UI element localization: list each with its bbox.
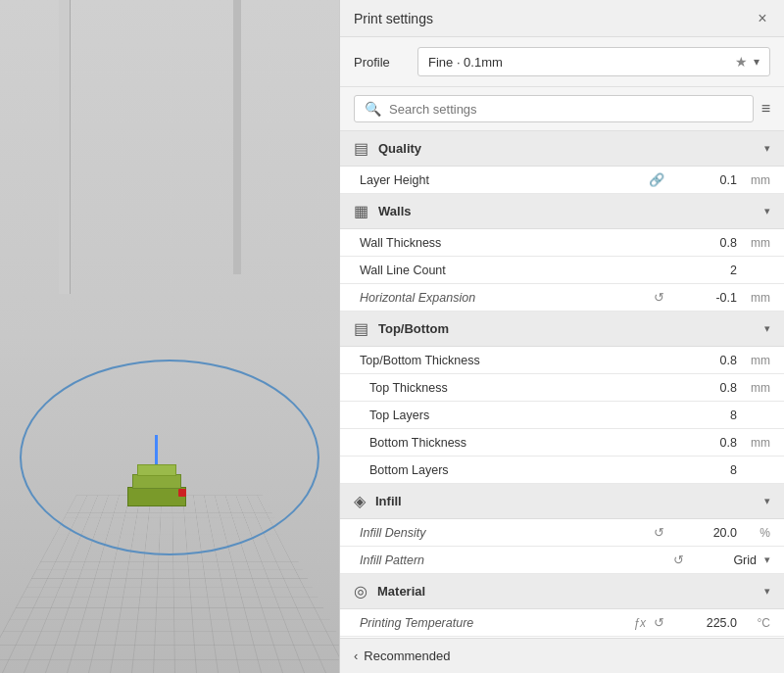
setting-label: Wall Thickness [360, 236, 672, 250]
setting-unit: mm [741, 354, 770, 367]
setting-label: Top Layers [369, 409, 672, 422]
object-base [127, 487, 186, 506]
setting-value: 0.8 [672, 236, 741, 250]
section-icon-material: ◎ [354, 582, 368, 601]
object-mid [132, 474, 181, 489]
search-box[interactable]: 🔍 [354, 95, 754, 122]
profile-value: Fine · 0.1mm [428, 55, 503, 70]
close-button[interactable]: × [755, 11, 770, 26]
title-bar: Print settings × [340, 0, 784, 37]
setting-row-walls-1: Wall Line Count 2 [340, 257, 784, 284]
section-chevron-walls: ▾ [764, 205, 770, 217]
setting-row-topbottom-4: Bottom Layers 8 [340, 457, 784, 484]
reset-icon[interactable]: ↺ [654, 290, 664, 305]
profile-dropdown[interactable]: Fine · 0.1mm ★ ▾ [417, 47, 770, 76]
profile-row: Profile Fine · 0.1mm ★ ▾ [340, 37, 784, 87]
menu-icon[interactable]: ≡ [761, 100, 770, 118]
section-header-quality[interactable]: ▤ Quality ▾ [340, 131, 784, 167]
setting-value: 0.1 [672, 173, 741, 187]
section-title-infill: Infill [375, 494, 402, 508]
setting-unit: mm [741, 291, 770, 305]
bottom-bar: ‹ Recommended [340, 638, 784, 673]
section-chevron-infill: ▾ [764, 495, 770, 507]
setting-unit: mm [741, 236, 770, 250]
recommended-chevron-icon: ‹ [354, 649, 358, 663]
setting-unit: mm [741, 381, 770, 395]
section-title-walls: Walls [378, 204, 411, 218]
setting-label: Top/Bottom Thickness [360, 354, 672, 367]
setting-dropdown[interactable]: Grid ▾ [692, 553, 770, 567]
panel-title: Print settings [354, 11, 433, 26]
section-icon-quality: ▤ [354, 139, 368, 158]
setting-row-quality-0: Layer Height 🔗 0.1 mm [340, 167, 784, 194]
setting-unit: % [741, 526, 770, 540]
section-chevron-quality: ▾ [764, 142, 770, 155]
setting-row-topbottom-0: Top/Bottom Thickness 0.8 mm [340, 347, 784, 374]
dropdown-chevron-icon: ▾ [764, 553, 770, 566]
setting-label: Infill Density [360, 526, 654, 540]
fx-icon[interactable]: ƒx [633, 616, 646, 630]
section-title-quality: Quality [378, 141, 421, 156]
section-icon-walls: ▦ [354, 202, 368, 220]
setting-value: 225.0 [672, 616, 741, 630]
setting-label: Infill Pattern [360, 553, 673, 567]
setting-row-infill-0: Infill Density ↺ 20.0 % [340, 519, 784, 547]
setting-label: Layer Height [360, 173, 649, 187]
object-red-dot [178, 489, 186, 497]
reset-icon[interactable]: ↺ [654, 615, 664, 630]
reset-icon[interactable]: ↺ [673, 553, 684, 567]
viewport-object [118, 457, 196, 506]
setting-value: 0.8 [672, 436, 741, 450]
viewport-post-left [59, 0, 71, 294]
settings-content: ▤ Quality ▾ Layer Height 🔗 0.1 mm ▦ Wall… [340, 131, 784, 638]
search-input[interactable] [389, 102, 743, 117]
setting-value: 0.8 [672, 381, 741, 395]
recommended-button[interactable]: ‹ Recommended [354, 649, 451, 663]
setting-label: Printing Temperature [360, 616, 633, 630]
setting-row-topbottom-3: Bottom Thickness 0.8 mm [340, 429, 784, 457]
setting-row-walls-0: Wall Thickness 0.8 mm [340, 229, 784, 257]
setting-value: Grid [692, 553, 760, 567]
setting-label: Wall Line Count [360, 264, 672, 277]
profile-select-right: ★ ▾ [735, 54, 760, 70]
section-header-topbottom[interactable]: ▤ Top/Bottom ▾ [340, 312, 784, 347]
profile-chevron-icon: ▾ [754, 55, 760, 69]
star-icon[interactable]: ★ [735, 54, 748, 70]
setting-row-material-0: Printing Temperature ƒx↺ 225.0 °C [340, 609, 784, 637]
setting-value: 8 [672, 463, 741, 477]
section-chevron-topbottom: ▾ [764, 322, 770, 335]
setting-value: 8 [672, 409, 741, 422]
search-row: 🔍 ≡ [340, 87, 784, 131]
setting-row-topbottom-2: Top Layers 8 [340, 402, 784, 429]
section-chevron-material: ▾ [764, 585, 770, 598]
setting-row-infill-1: Infill Pattern ↺ Grid ▾ [340, 547, 784, 574]
object-top [137, 464, 176, 476]
print-settings-panel: Print settings × Profile Fine · 0.1mm ★ … [339, 0, 784, 673]
reset-icon[interactable]: ↺ [654, 525, 664, 540]
setting-unit: °C [741, 616, 770, 630]
setting-label: Horizontal Expansion [360, 291, 654, 305]
section-icon-topbottom: ▤ [354, 319, 368, 338]
setting-value: -0.1 [672, 291, 741, 305]
setting-label: Top Thickness [369, 381, 672, 395]
recommended-label: Recommended [364, 649, 450, 663]
section-title-material: Material [377, 584, 425, 599]
setting-label: Bottom Thickness [369, 436, 672, 450]
setting-value: 20.0 [672, 526, 741, 540]
link-icon[interactable]: 🔗 [649, 172, 664, 187]
search-icon: 🔍 [365, 101, 381, 117]
viewport-post-right [233, 0, 241, 274]
setting-row-topbottom-1: Top Thickness 0.8 mm [340, 374, 784, 402]
section-header-walls[interactable]: ▦ Walls ▾ [340, 194, 784, 229]
object-pin [155, 435, 158, 464]
profile-label: Profile [354, 55, 417, 70]
section-header-material[interactable]: ◎ Material ▾ [340, 574, 784, 609]
setting-unit: mm [741, 173, 770, 187]
setting-value: 0.8 [672, 354, 741, 367]
setting-label: Bottom Layers [369, 463, 672, 477]
setting-value: 2 [672, 264, 741, 277]
3d-viewport [0, 0, 339, 673]
section-header-infill[interactable]: ◈ Infill ▾ [340, 484, 784, 519]
section-title-topbottom: Top/Bottom [378, 321, 449, 336]
setting-row-walls-2: Horizontal Expansion ↺ -0.1 mm [340, 284, 784, 312]
